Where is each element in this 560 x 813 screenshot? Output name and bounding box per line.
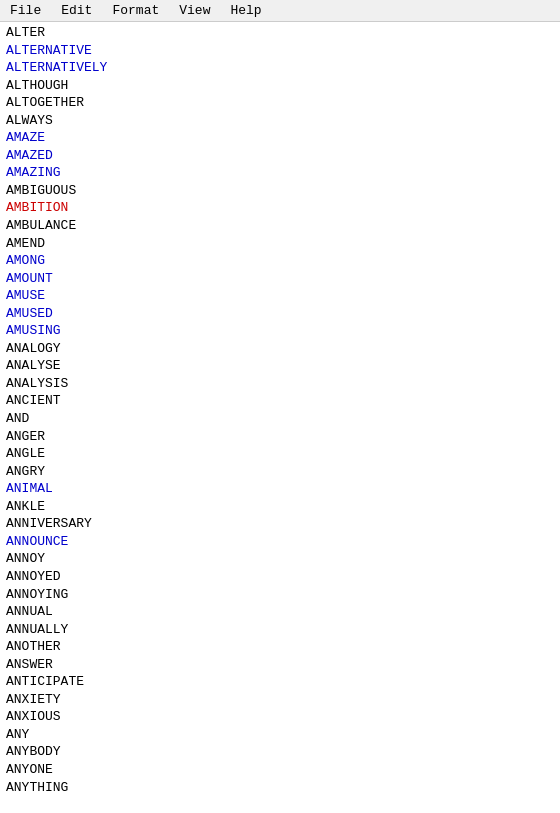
list-item: ANCIENT bbox=[6, 392, 554, 410]
list-item: AMEND bbox=[6, 235, 554, 253]
list-item: AMUSE bbox=[6, 287, 554, 305]
list-item: ANXIOUS bbox=[6, 708, 554, 726]
list-item: ALTERNATIVELY bbox=[6, 59, 554, 77]
list-item: ANNOYING bbox=[6, 586, 554, 604]
list-item: ANGER bbox=[6, 428, 554, 446]
list-item: ANY bbox=[6, 726, 554, 744]
list-item: ANXIETY bbox=[6, 691, 554, 709]
list-item: ANYBODY bbox=[6, 743, 554, 761]
list-item: AMONG bbox=[6, 252, 554, 270]
menu-view[interactable]: View bbox=[173, 2, 216, 19]
list-item: ALTERNATIVE bbox=[6, 42, 554, 60]
list-item: ANSWER bbox=[6, 656, 554, 674]
list-item: AMUSED bbox=[6, 305, 554, 323]
list-item: ANKLE bbox=[6, 498, 554, 516]
list-item: AMAZING bbox=[6, 164, 554, 182]
list-item: ANTICIPATE bbox=[6, 673, 554, 691]
list-item: AMBIGUOUS bbox=[6, 182, 554, 200]
list-item: ANNOY bbox=[6, 550, 554, 568]
list-item: ANIMAL bbox=[6, 480, 554, 498]
list-item: ANOTHER bbox=[6, 638, 554, 656]
list-item: AMAZE bbox=[6, 129, 554, 147]
list-item: AMUSING bbox=[6, 322, 554, 340]
list-item: ANGLE bbox=[6, 445, 554, 463]
list-item: AMAZED bbox=[6, 147, 554, 165]
list-item: AND bbox=[6, 410, 554, 428]
list-item: ANNUAL bbox=[6, 603, 554, 621]
list-item: ANNUALLY bbox=[6, 621, 554, 639]
list-item: ANYONE bbox=[6, 761, 554, 779]
list-item: ANNOUNCE bbox=[6, 533, 554, 551]
menu-help[interactable]: Help bbox=[224, 2, 267, 19]
list-item: ALTOGETHER bbox=[6, 94, 554, 112]
list-item: ANALYSIS bbox=[6, 375, 554, 393]
list-item: ALTER bbox=[6, 24, 554, 42]
word-list: ALTERALTERNATIVEALTERNATIVELYALTHOUGHALT… bbox=[0, 22, 560, 798]
list-item: ALWAYS bbox=[6, 112, 554, 130]
list-item: ANNOYED bbox=[6, 568, 554, 586]
list-item: AMBULANCE bbox=[6, 217, 554, 235]
list-item: ANNIVERSARY bbox=[6, 515, 554, 533]
list-item: ANALOGY bbox=[6, 340, 554, 358]
list-item: ANALYSE bbox=[6, 357, 554, 375]
list-item: ANGRY bbox=[6, 463, 554, 481]
list-item: ANYTHING bbox=[6, 779, 554, 797]
menu-format[interactable]: Format bbox=[106, 2, 165, 19]
menu-file[interactable]: File bbox=[4, 2, 47, 19]
list-item: AMOUNT bbox=[6, 270, 554, 288]
list-item: AMBITION bbox=[6, 199, 554, 217]
list-item: ALTHOUGH bbox=[6, 77, 554, 95]
menu-bar: File Edit Format View Help bbox=[0, 0, 560, 22]
menu-edit[interactable]: Edit bbox=[55, 2, 98, 19]
